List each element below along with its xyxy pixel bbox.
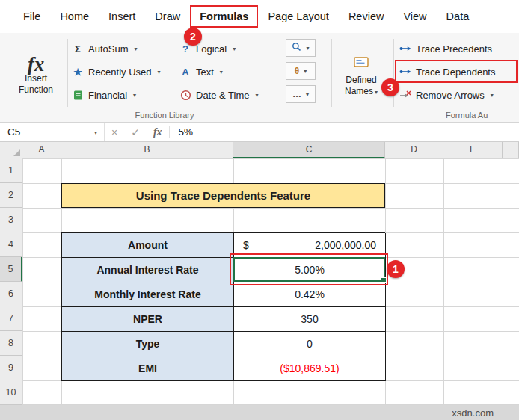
column-header-e[interactable]: E xyxy=(443,142,503,158)
lookup-reference-button[interactable]: ▾ xyxy=(286,39,316,57)
chevron-down-icon: ▾ xyxy=(491,92,494,99)
column-header-c[interactable]: C xyxy=(233,142,385,158)
defined-names-label-1: Defined xyxy=(346,75,376,86)
cell-c6-value[interactable]: 0.42% xyxy=(234,282,386,307)
formula-auditing-group-label: Formula Au xyxy=(446,111,519,120)
cell-c8-value[interactable]: 0 xyxy=(234,332,386,356)
cell-c4-value[interactable]: $ 2,000,000.00 xyxy=(234,233,386,258)
text-button[interactable]: A Text ▾ xyxy=(179,62,259,81)
chevron-down-icon: ▾ xyxy=(306,45,309,52)
function-library-column-1: Σ AutoSum ▾ ★ Recently Used ▾ Financial … xyxy=(72,39,161,108)
insert-function-label-1: Insert xyxy=(25,73,47,84)
math-trig-button[interactable]: θ ▾ xyxy=(286,62,316,80)
name-box[interactable]: C5 ▾ xyxy=(0,123,105,141)
function-library-column-3: ▾ θ ▾ … ▾ xyxy=(286,39,316,108)
function-library-column-2: ? Logical ▾ A Text ▾ Date & Time ▾ xyxy=(179,39,259,108)
formulas-ribbon: fx Insert Function Σ AutoSum ▾ ★ Recentl… xyxy=(0,33,519,123)
row-header-8[interactable]: 8 xyxy=(0,331,22,356)
tab-data[interactable]: Data xyxy=(437,4,479,28)
insert-function-button[interactable]: fx Insert Function xyxy=(6,37,66,117)
trace-dependents-icon xyxy=(399,67,411,76)
date-time-label: Date & Time xyxy=(196,90,250,101)
row-header-5[interactable]: 5 xyxy=(0,257,22,282)
trace-dependents-label: Trace Dependents xyxy=(416,67,495,78)
financial-icon xyxy=(72,90,84,101)
recently-used-icon: ★ xyxy=(72,67,84,78)
ribbon-tab-bar: File Home Insert Draw Formulas Page Layo… xyxy=(0,0,519,33)
step-badge-3: 3 xyxy=(381,78,399,96)
tab-review[interactable]: Review xyxy=(339,4,394,28)
math-trig-icon: θ xyxy=(295,66,300,76)
column-header-b[interactable]: B xyxy=(61,142,233,158)
tab-formulas[interactable]: Formulas xyxy=(190,5,258,28)
cell-b6-label[interactable]: Monthly Interest Rate xyxy=(62,282,234,307)
chevron-down-icon: ▾ xyxy=(375,89,378,96)
financial-button[interactable]: Financial ▾ xyxy=(72,85,161,105)
tab-draw[interactable]: Draw xyxy=(145,4,190,28)
group-separator xyxy=(67,39,68,107)
trace-dependents-button[interactable]: Trace Dependents xyxy=(399,62,495,81)
insert-function-fx-icon[interactable]: fx xyxy=(147,126,169,138)
group-separator xyxy=(393,39,394,107)
tab-file[interactable]: File xyxy=(13,4,50,28)
recently-used-label: Recently Used xyxy=(88,67,152,78)
cell-b5-label[interactable]: Annual Interest Rate xyxy=(62,258,234,282)
more-functions-icon: … xyxy=(292,89,301,99)
name-box-value: C5 xyxy=(7,126,20,138)
defined-names-button[interactable]: Defined Names▾ xyxy=(335,37,387,117)
function-library-group-label: Function Library xyxy=(0,111,329,120)
select-all-corner[interactable] xyxy=(0,142,22,158)
autosum-button[interactable]: Σ AutoSum ▾ xyxy=(72,39,161,58)
magnifier-icon xyxy=(292,41,301,55)
cell-c7-value[interactable]: 350 xyxy=(234,307,386,332)
cell-b4-label[interactable]: Amount xyxy=(62,233,234,258)
enter-check-icon[interactable]: ✓ xyxy=(124,126,147,138)
data-table: Amount $ 2,000,000.00 Annual Interest Ra… xyxy=(61,232,385,381)
trace-precedents-icon xyxy=(399,44,411,53)
chevron-down-icon: ▾ xyxy=(304,68,307,75)
cancel-icon[interactable]: × xyxy=(105,126,124,138)
chevron-down-icon: ▾ xyxy=(233,46,236,52)
remove-arrows-icon xyxy=(399,90,411,99)
column-header-a[interactable]: A xyxy=(22,142,61,158)
row-header-4[interactable]: 4 xyxy=(0,232,22,257)
date-time-button[interactable]: Date & Time ▾ xyxy=(179,85,259,105)
more-functions-button[interactable]: … ▾ xyxy=(286,85,316,103)
row-header-6[interactable]: 6 xyxy=(0,282,22,306)
cell-c5-value[interactable]: 5.00% xyxy=(234,258,386,282)
chevron-down-icon: ▾ xyxy=(133,92,136,99)
row-header-1[interactable]: 1 xyxy=(0,158,22,183)
row-header-2[interactable]: 2 xyxy=(0,183,22,208)
cell-b9-label[interactable]: EMI xyxy=(62,356,234,381)
chevron-down-icon: ▾ xyxy=(220,69,223,75)
tab-home[interactable]: Home xyxy=(50,4,99,28)
text-icon: A xyxy=(179,67,191,78)
chevron-down-icon: ▾ xyxy=(134,46,137,52)
tab-page-layout[interactable]: Page Layout xyxy=(258,4,338,28)
cell-b8-label[interactable]: Type xyxy=(62,332,234,356)
cell-b7-label[interactable]: NPER xyxy=(62,307,234,332)
chevron-down-icon: ▾ xyxy=(158,69,161,75)
row-header-10[interactable]: 10 xyxy=(0,380,22,405)
chevron-down-icon: ▾ xyxy=(306,91,309,98)
watermark-text: xsdn.com xyxy=(452,407,494,419)
autosum-icon: Σ xyxy=(72,43,84,55)
formula-input[interactable]: 5% xyxy=(170,126,194,138)
trace-precedents-button[interactable]: Trace Precedents xyxy=(399,39,495,58)
sheet-title-cell[interactable]: Using Trace Dependents Feature xyxy=(61,183,385,208)
column-header-d[interactable]: D xyxy=(385,142,443,158)
logical-label: Logical xyxy=(196,43,227,55)
row-header-7[interactable]: 7 xyxy=(0,306,22,331)
step-badge-2: 2 xyxy=(184,28,202,46)
row-header-3[interactable]: 3 xyxy=(0,208,22,232)
tab-insert[interactable]: Insert xyxy=(99,4,145,28)
bottom-strip: xsdn.com xyxy=(0,405,519,420)
remove-arrows-button[interactable]: Remove Arrows ▾ xyxy=(399,85,495,105)
column-header-partial[interactable] xyxy=(503,142,519,158)
chevron-down-icon: ▾ xyxy=(94,129,97,136)
row-header-9[interactable]: 9 xyxy=(0,356,22,380)
amount-value: 2,000,000.00 xyxy=(315,239,376,251)
tab-view[interactable]: View xyxy=(393,4,436,28)
recently-used-button[interactable]: ★ Recently Used ▾ xyxy=(72,62,161,81)
cell-c9-value[interactable]: ($10,869.51) xyxy=(234,356,386,381)
